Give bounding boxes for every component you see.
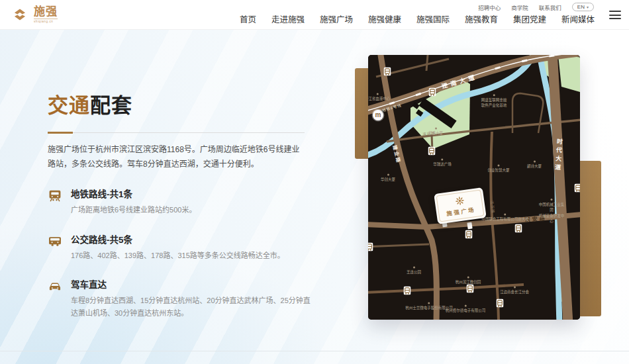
brand-logo-text: 施强 shiqiang.cn [34, 6, 58, 23]
brand-logo[interactable]: 施强 shiqiang.cn [10, 5, 58, 24]
metro-station-icon: m [373, 110, 383, 120]
item-title: 地铁路线-共1条 [71, 189, 313, 200]
page-title-rest: 配套 [90, 94, 132, 117]
item-desc: 176路、402路、139路、178路、315路等多条公交线路畅达全市。 [71, 250, 313, 262]
landmark-leg [467, 222, 472, 230]
chevron-down-icon: ▾ [587, 5, 589, 9]
flower-icon [455, 196, 465, 206]
item-title: 驾车直达 [71, 280, 313, 291]
language-label: EN [577, 4, 585, 10]
menu-icon[interactable] [609, 11, 621, 19]
nav-item[interactable]: 集团党建 [513, 13, 546, 25]
utility-links: 招聘中心商学院联系我们 [478, 3, 561, 11]
nav-item[interactable]: 走进施强 [271, 13, 305, 25]
train-icon [48, 189, 62, 203]
nav-item[interactable]: 首页 [240, 13, 256, 25]
site-header: 施强 shiqiang.cn 招聘中心商学院联系我们 EN ▾ 首页走进施强施强… [0, 0, 629, 30]
transport-item-bus: 公交路线-共5条 176路、402路、139路、178路、315路等多条公交线路… [48, 235, 313, 262]
nav-item[interactable]: 新闻媒体 [561, 13, 595, 25]
utility-bar: 招聘中心商学院联系我们 EN ▾ [478, 3, 594, 11]
language-selector[interactable]: EN ▾ [572, 3, 594, 11]
transport-item-body: 驾车直达 车程8分钟直达西湖、15分钟直达杭州站、20分钟直达武林广场、25分钟… [71, 280, 313, 320]
transport-item-body: 地铁路线-共1条 广场距离地铁6号线建业路站约500米。 [71, 189, 313, 216]
item-title: 公交路线-共5条 [71, 235, 313, 246]
utility-link[interactable]: 商学院 [511, 3, 528, 11]
transport-item-body: 公交路线-共5条 176路、402路、139路、178路、315路等多条公交线路… [71, 235, 313, 262]
location-map: 江南大道地铁6号线建业路时代大道滨安路滨兴路江汉路 浙江省血液中心 网盛互联网金… [368, 55, 580, 320]
main-nav: 首页走进施强施强广场施强健康施强国际施强教育集团党建新闻媒体 [240, 13, 595, 25]
decor-gold-right [580, 161, 601, 316]
item-desc: 广场距离地铁6号线建业路站约500米。 [71, 204, 313, 216]
section-divider [0, 351, 629, 351]
nav-item[interactable]: 施强广场 [320, 13, 353, 25]
nav-item[interactable]: 施强健康 [368, 13, 401, 25]
brand-name: 施强 [34, 6, 58, 17]
brand-logo-icon [10, 5, 30, 24]
title-divider [48, 132, 305, 134]
decor-gold-left [355, 68, 368, 159]
utility-link[interactable]: 联系我们 [539, 3, 561, 11]
page-title: 交通配套 [48, 93, 313, 118]
page: 施强 shiqiang.cn 招聘中心商学院联系我们 EN ▾ 首页走进施强施强… [0, 0, 629, 364]
nav-item[interactable]: 施强教育 [465, 13, 498, 25]
transport-section: 交通配套 施强广场位于杭州市滨江区滨安路1168号。广场周边临近地铁6号线建业路… [48, 79, 313, 320]
car-icon [48, 279, 62, 294]
item-desc: 车程8分钟直达西湖、15分钟直达杭州站、20分钟直达武林广场、25分钟直达萧山机… [71, 295, 313, 320]
bus-icon [48, 234, 62, 249]
brand-caption: shiqiang.cn [34, 19, 58, 23]
nav-item[interactable]: 施强国际 [416, 13, 450, 25]
landmark-label: 施强广场 [446, 205, 475, 217]
map-base-art [368, 55, 580, 320]
utility-link[interactable]: 招聘中心 [478, 3, 501, 11]
transport-item-metro: 地铁路线-共1条 广场距离地铁6号线建业路站约500米。 [48, 189, 313, 216]
intro-text: 施强广场位于杭州市滨江区滨安路1168号。广场周边临近地铁6号线建业路站，多条公… [48, 142, 307, 171]
transport-item-car: 驾车直达 车程8分钟直达西湖、15分钟直达杭州站、20分钟直达武林广场、25分钟… [48, 280, 313, 320]
page-title-highlight: 交通 [48, 94, 90, 117]
